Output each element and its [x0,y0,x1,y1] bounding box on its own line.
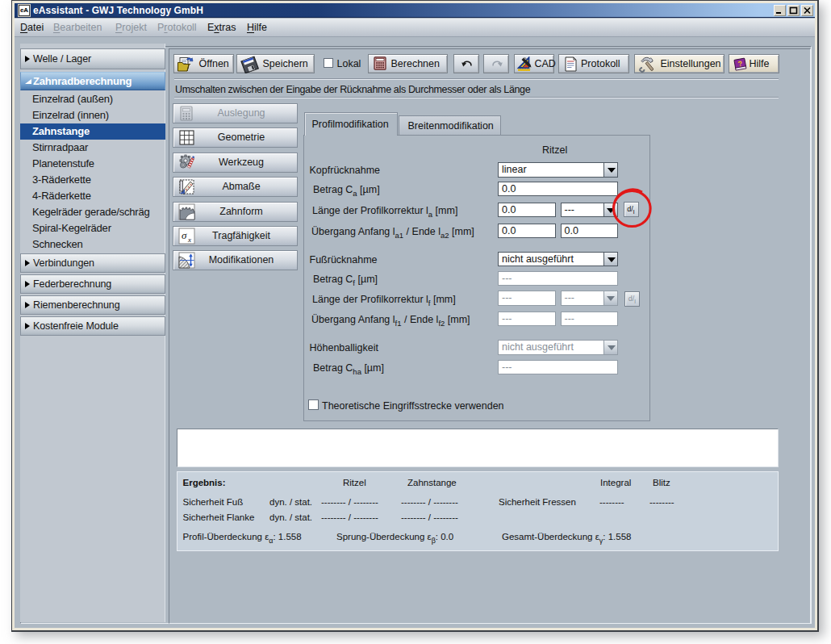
svg-text:σ: σ [182,229,187,241]
svg-text:x: x [187,236,191,244]
